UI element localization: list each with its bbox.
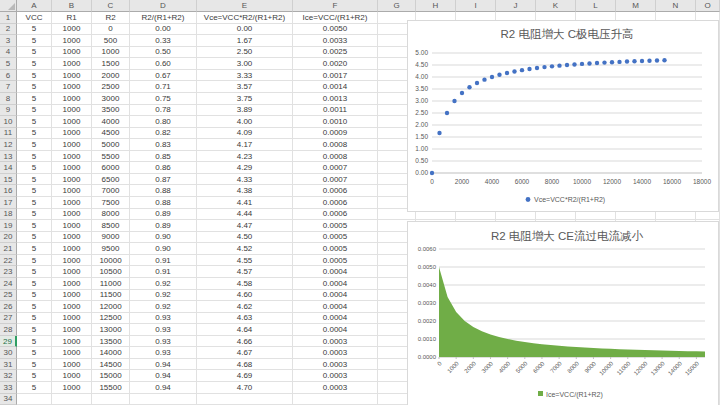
cell-A18[interactable]: 5 <box>17 209 52 221</box>
cell-A16[interactable]: 5 <box>17 185 52 197</box>
cell-A1[interactable]: VCC <box>17 12 52 24</box>
cell-E14[interactable]: 4.29 <box>197 162 293 174</box>
cell-E22[interactable]: 4.55 <box>197 255 293 267</box>
cell-D16[interactable]: 0.88 <box>130 185 197 197</box>
cell-B18[interactable]: 1000 <box>52 209 92 221</box>
cell-A9[interactable]: 5 <box>17 105 52 117</box>
cell-F30[interactable]: 0.0003 <box>293 347 378 359</box>
cell-C19[interactable]: 8500 <box>92 220 130 232</box>
cell-F33[interactable]: 0.0003 <box>293 382 378 394</box>
cell-B24[interactable]: 1000 <box>52 278 92 290</box>
cell-E6[interactable]: 3.33 <box>197 70 293 82</box>
cell-F34[interactable] <box>293 394 378 405</box>
cell-C8[interactable]: 3000 <box>92 93 130 105</box>
cell-A21[interactable]: 5 <box>17 243 52 255</box>
cell-E19[interactable]: 4.47 <box>197 220 293 232</box>
cell-D27[interactable]: 0.93 <box>130 313 197 325</box>
cell-D24[interactable]: 0.92 <box>130 278 197 290</box>
cell-C2[interactable]: 0 <box>92 24 130 36</box>
cell-E16[interactable]: 4.38 <box>197 185 293 197</box>
row-header-13[interactable]: 13 <box>0 151 17 163</box>
cell-C9[interactable]: 3500 <box>92 105 130 117</box>
cell-A26[interactable]: 5 <box>17 301 52 313</box>
cell-A32[interactable]: 5 <box>17 370 52 382</box>
cell-D34[interactable] <box>130 394 197 405</box>
cell-E24[interactable]: 4.58 <box>197 278 293 290</box>
cell-F1[interactable]: Ice=VCC/(R1+R2) <box>293 12 378 24</box>
cell-F4[interactable]: 0.0025 <box>293 47 378 59</box>
row-header-27[interactable]: 27 <box>0 313 17 325</box>
row-header-15[interactable]: 15 <box>0 174 17 186</box>
select-all-corner[interactable] <box>0 0 17 12</box>
cell-D25[interactable]: 0.92 <box>130 290 197 302</box>
column-header-H[interactable]: H <box>416 0 456 12</box>
cell-B7[interactable]: 1000 <box>52 81 92 93</box>
cell-F6[interactable]: 0.0017 <box>293 70 378 82</box>
cell-B23[interactable]: 1000 <box>52 266 92 278</box>
cell-B13[interactable]: 1000 <box>52 151 92 163</box>
cell-E27[interactable]: 4.63 <box>197 313 293 325</box>
row-header-33[interactable]: 33 <box>0 382 17 394</box>
cell-D10[interactable]: 0.80 <box>130 116 197 128</box>
cell-D19[interactable]: 0.89 <box>130 220 197 232</box>
cell-E15[interactable]: 4.33 <box>197 174 293 186</box>
cell-D9[interactable]: 0.78 <box>130 105 197 117</box>
cell-C25[interactable]: 11500 <box>92 290 130 302</box>
cell-B1[interactable]: R1 <box>52 12 92 24</box>
column-header-J[interactable]: J <box>496 0 536 12</box>
cell-B10[interactable]: 1000 <box>52 116 92 128</box>
cell-D18[interactable]: 0.89 <box>130 209 197 221</box>
row-header-22[interactable]: 22 <box>0 255 17 267</box>
cell-D15[interactable]: 0.87 <box>130 174 197 186</box>
cell-D8[interactable]: 0.75 <box>130 93 197 105</box>
cell-B21[interactable]: 1000 <box>52 243 92 255</box>
row-header-32[interactable]: 32 <box>0 370 17 382</box>
cell-F28[interactable]: 0.0004 <box>293 324 378 336</box>
cell-F8[interactable]: 0.0013 <box>293 93 378 105</box>
cell-A28[interactable]: 5 <box>17 324 52 336</box>
cell-E25[interactable]: 4.60 <box>197 290 293 302</box>
cell-D2[interactable]: 0.00 <box>130 24 197 36</box>
cell-C18[interactable]: 8000 <box>92 209 130 221</box>
cell-F32[interactable]: 0.0003 <box>293 370 378 382</box>
cell-A20[interactable]: 5 <box>17 232 52 244</box>
cell-B5[interactable]: 1000 <box>52 58 92 70</box>
cell-C16[interactable]: 7000 <box>92 185 130 197</box>
cell-D20[interactable]: 0.90 <box>130 232 197 244</box>
cell-F12[interactable]: 0.0008 <box>293 139 378 151</box>
cell-B33[interactable]: 1000 <box>52 382 92 394</box>
cell-B12[interactable]: 1000 <box>52 139 92 151</box>
row-header-4[interactable]: 4 <box>0 47 17 59</box>
cell-D6[interactable]: 0.67 <box>130 70 197 82</box>
cell-C28[interactable]: 13000 <box>92 324 130 336</box>
cell-F7[interactable]: 0.0014 <box>293 81 378 93</box>
cell-E29[interactable]: 4.66 <box>197 336 293 348</box>
cell-B6[interactable]: 1000 <box>52 70 92 82</box>
cell-F18[interactable]: 0.0006 <box>293 209 378 221</box>
cell-E26[interactable]: 4.62 <box>197 301 293 313</box>
cell-B3[interactable]: 1000 <box>52 35 92 47</box>
row-header-34[interactable]: 34 <box>0 394 17 405</box>
row-header-1[interactable]: 1 <box>0 12 17 24</box>
cell-C12[interactable]: 5000 <box>92 139 130 151</box>
cell-D22[interactable]: 0.91 <box>130 255 197 267</box>
row-header-9[interactable]: 9 <box>0 105 17 117</box>
cell-C15[interactable]: 6500 <box>92 174 130 186</box>
cell-F17[interactable]: 0.0006 <box>293 197 378 209</box>
cell-A30[interactable]: 5 <box>17 347 52 359</box>
cell-A13[interactable]: 5 <box>17 151 52 163</box>
cell-F13[interactable]: 0.0008 <box>293 151 378 163</box>
cell-C30[interactable]: 14000 <box>92 347 130 359</box>
cell-F27[interactable]: 0.0004 <box>293 313 378 325</box>
cell-C11[interactable]: 4500 <box>92 128 130 140</box>
cell-E13[interactable]: 4.23 <box>197 151 293 163</box>
cell-B22[interactable]: 1000 <box>52 255 92 267</box>
cell-E11[interactable]: 4.09 <box>197 128 293 140</box>
cell-F23[interactable]: 0.0004 <box>293 266 378 278</box>
cell-D13[interactable]: 0.85 <box>130 151 197 163</box>
cell-D5[interactable]: 0.60 <box>130 58 197 70</box>
cell-B19[interactable]: 1000 <box>52 220 92 232</box>
column-header-E[interactable]: E <box>197 0 293 12</box>
cell-D28[interactable]: 0.93 <box>130 324 197 336</box>
cell-D1[interactable]: R2/(R1+R2) <box>130 12 197 24</box>
